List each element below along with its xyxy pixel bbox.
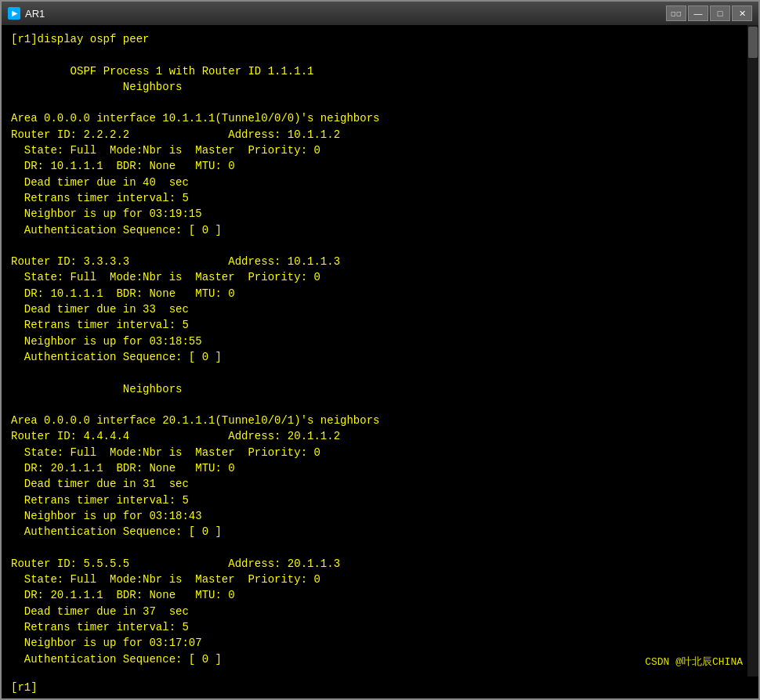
title-bar: ▶ AR1 ◻◻ — □ ✕ [2, 2, 758, 25]
terminal-area[interactable]: [r1]display ospf peer OSPF Process 1 wit… [2, 25, 758, 677]
window-controls: ◻◻ — □ ✕ [666, 5, 752, 21]
scrollbar[interactable] [747, 25, 758, 677]
window-title: AR1 [25, 8, 666, 20]
terminal-output: [r1]display ospf peer OSPF Process 1 wit… [11, 31, 749, 667]
restore-button[interactable]: ◻◻ [666, 5, 686, 21]
minimize-button[interactable]: — [688, 5, 708, 21]
close-button[interactable]: ✕ [732, 5, 752, 21]
app-icon: ▶ [8, 7, 20, 20]
maximize-button[interactable]: □ [710, 5, 730, 21]
app-icon-text: ▶ [12, 9, 17, 17]
watermark: CSDN @叶北辰CHINA [645, 655, 743, 669]
status-bar-text: [r1] [11, 681, 38, 694]
scrollbar-thumb[interactable] [748, 27, 758, 58]
main-window: ▶ AR1 ◻◻ — □ ✕ [r1]display ospf peer OSP… [0, 0, 760, 700]
status-bar: [r1] [2, 677, 758, 698]
